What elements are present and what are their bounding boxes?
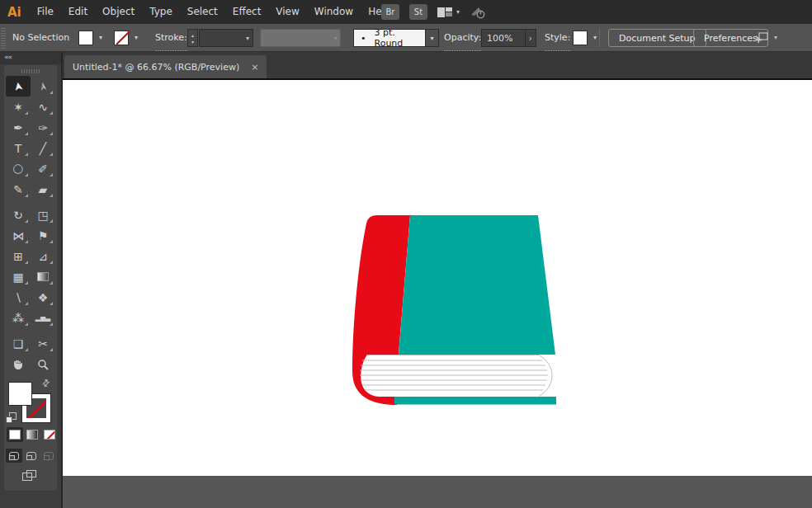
brush-value: 3 pt. Round [375,27,426,49]
document-tab-bar: Untitled-1* @ 66.67% (RGB/Preview) × [63,52,812,78]
eyedropper-tool[interactable]: ∖ [6,287,31,308]
opacity-field[interactable]: 100% › [481,29,536,47]
width-profile-combo: ▾ [260,29,341,47]
swap-fill-stroke-icon[interactable]: ⇄ [40,377,53,390]
tools-grid: ➤ ➢ ✶ ∿ ✒ ✑ T ╱ ◯ ✐ ✎ ▰ ↻ ◳ ⋈ ⚑ ⊞ ⊿ ▦ [6,76,55,374]
paintbrush-tool[interactable]: ✐ [31,158,55,179]
opacity-label[interactable]: Opacity: [444,24,481,51]
bridge-button[interactable]: Br [381,4,399,20]
artboard-canvas[interactable] [63,80,812,476]
width-tool[interactable]: ⋈ [6,225,31,246]
menu-object[interactable]: Object [95,0,142,24]
fill-color-dropdown[interactable]: ▾ [78,24,106,51]
illustrator-logo: Ai [0,5,30,20]
magnifier-icon [37,359,49,370]
dock-header: «« [0,52,61,64]
menu-view[interactable]: View [268,0,306,24]
control-bar: No Selection ▾ ▾ Stroke: ▴ ▾ ▾ ▾ • 3 pt.… [0,24,812,52]
draw-inside-icon [44,452,54,460]
book-cover[interactable] [399,215,555,355]
menu-select[interactable]: Select [180,0,225,24]
gradient-button[interactable] [24,427,40,442]
stroke-label[interactable]: Stroke: [155,24,187,51]
stock-button[interactable]: St [409,4,427,20]
stroke-color-dropdown[interactable]: ▾ [114,24,142,51]
draw-behind-icon [26,452,36,460]
tools-dock: «« ➤ ➢ ✶ ∿ ✒ ✑ T ╱ ◯ ✐ ✎ ▰ ↻ ◳ ⋈ ⚑ [0,52,63,508]
perspective-grid-tool[interactable]: ⊿ [31,246,55,266]
menu-effect[interactable]: Effect [225,0,269,24]
brush-combo-chevron[interactable]: ▾ [426,29,439,47]
blend-tool[interactable]: ❖ [31,287,55,308]
scale-tool[interactable]: ◳ [31,205,55,225]
control-panel-menu[interactable]: ▾ [754,24,777,51]
selection-status: No Selection [12,24,69,51]
document-setup-button[interactable]: Document Setup [608,29,706,47]
share-icon[interactable] [470,5,486,20]
hand-tool[interactable] [6,354,31,374]
curvature-tool[interactable]: ✑ [31,117,55,138]
book-bottom-edge[interactable] [394,397,556,405]
direct-selection-tool[interactable]: ➢ [31,76,55,96]
panel-drag-grip[interactable] [21,69,40,73]
opacity-expand-arrow[interactable]: › [525,30,536,46]
chevron-down-icon: ▾ [246,35,249,42]
stepper-down-icon: ▾ [191,39,194,45]
gradient-tool[interactable] [31,266,55,287]
rotate-tool[interactable]: ↻ [6,205,31,225]
color-mode-buttons [7,427,58,442]
color-button[interactable] [7,427,23,442]
ellipse-tool[interactable]: ◯ [6,158,31,179]
illustrator-window: Ai File Edit Object Type Select Effect V… [0,0,812,508]
draw-normal-icon [9,452,19,460]
draw-normal-button[interactable] [6,449,22,463]
stroke-weight-stepper[interactable]: ▴ ▾ [187,29,198,47]
menu-window[interactable]: Window [307,0,361,24]
toolbar-panel: ➤ ➢ ✶ ∿ ✒ ✑ T ╱ ◯ ✐ ✎ ▰ ↻ ◳ ⋈ ⚑ ⊞ ⊿ ▦ [4,65,57,491]
menu-bar: Ai File Edit Object Type Select Effect V… [0,0,812,24]
divider [599,28,600,47]
chevron-down-icon: ▾ [456,8,460,16]
style-label[interactable]: Style: [545,24,570,51]
puppet-warp-tool[interactable]: ⚑ [31,225,55,246]
pen-tool[interactable]: ✒ [6,117,31,138]
default-fill-stroke-icon[interactable] [6,412,17,423]
none-button[interactable] [41,427,58,442]
stroke-weight-combo[interactable]: ▾ [199,29,253,47]
shaper-tool[interactable]: ✎ [6,179,31,200]
type-tool[interactable]: T [6,138,31,158]
line-segment-tool[interactable]: ╱ [31,138,55,158]
book-artwork[interactable] [351,210,561,408]
chevron-down-icon: ▾ [95,31,106,45]
selection-tool[interactable]: ➤ [6,76,31,96]
document-tab-title: Untitled-1* @ 66.67% (RGB/Preview) [73,62,239,73]
chevron-down-icon: ▾ [430,35,433,42]
zoom-tool[interactable] [31,354,55,374]
brush-definition-combo[interactable]: • 3 pt. Round [353,29,426,47]
workspace-switcher[interactable]: ▾ [437,7,460,17]
fill-indicator-white[interactable] [8,382,32,406]
collapse-panel-icon[interactable]: «« [4,53,12,61]
menu-type[interactable]: Type [142,0,180,24]
symbol-sprayer-tool[interactable]: ⁂ [6,308,31,328]
menu-edit[interactable]: Edit [61,0,95,24]
panel-grip-icon[interactable] [1,26,6,49]
change-screen-mode-button[interactable] [22,470,37,482]
menu-bar-icons: Br St ▾ [381,0,486,24]
column-graph-tool[interactable]: ▂▅▃ [31,308,55,328]
magic-wand-tool[interactable]: ✶ [6,96,31,117]
gradient-icon [37,272,49,281]
stepper-up-icon: ▴ [191,32,194,38]
hand-icon [12,359,24,370]
mesh-tool[interactable]: ▦ [6,266,31,287]
shape-builder-tool[interactable]: ⊞ [6,246,31,266]
menu-file[interactable]: File [30,0,61,24]
close-icon[interactable]: × [251,62,258,73]
eraser-tool[interactable]: ▰ [31,179,55,200]
artboard-tool[interactable]: ❏ [6,333,31,354]
document-tab[interactable]: Untitled-1* @ 66.67% (RGB/Preview) × [64,55,267,78]
slice-tool[interactable]: ✂ [31,333,55,354]
lasso-tool[interactable]: ∿ [31,96,55,117]
graphic-style-dropdown[interactable]: ▾ [573,24,601,51]
draw-behind-button[interactable] [23,449,40,463]
